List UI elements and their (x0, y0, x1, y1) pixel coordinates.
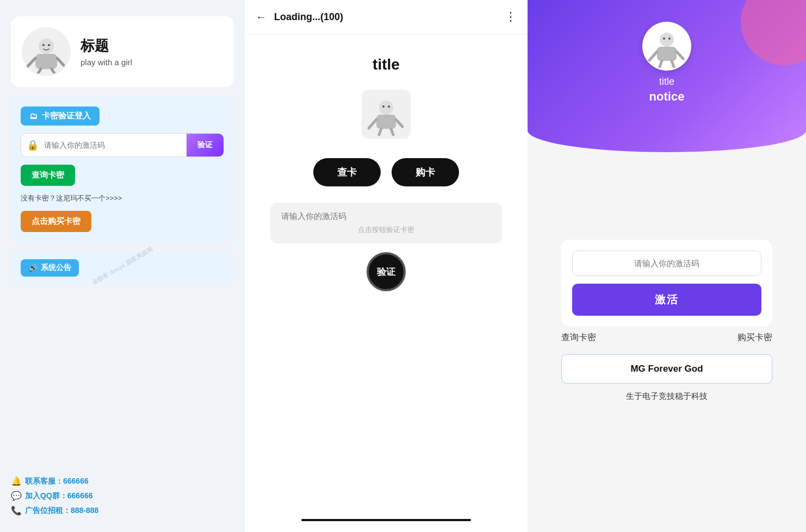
more-icon[interactable]: ⋮ (505, 10, 517, 24)
panel3-link-row: 查询卡密 购买卡密 (561, 332, 773, 343)
svg-point-15 (388, 105, 390, 108)
panel2-topbar: ← Loading...(100) ⋮ (245, 0, 528, 34)
panel2-activation-input[interactable] (281, 211, 491, 221)
svg-point-0 (39, 39, 54, 54)
panel1-avatar (22, 27, 71, 76)
svg-rect-9 (376, 115, 396, 129)
no-card-text: 没有卡密？这尼玛不买一个>>>> (21, 193, 224, 203)
panel2-verify-circle[interactable]: 验证 (367, 252, 406, 291)
panel3-activation-input[interactable] (581, 259, 753, 268)
input-verify-row: 🔒 验证 (21, 133, 224, 157)
footer-service[interactable]: 🔔 联系客服：666666 (11, 476, 234, 486)
svg-line-21 (672, 61, 674, 67)
panel-middle: ← Loading...(100) ⋮ title 查卡 购卡 点击按钮验证卡密… (245, 0, 528, 532)
char-illustration-2 (364, 92, 408, 136)
svg-point-7 (48, 44, 50, 46)
bell-icon: 🔔 (11, 476, 22, 486)
panel1-title: 标题 (80, 36, 132, 55)
verify-button[interactable]: 验证 (187, 134, 224, 157)
svg-line-19 (677, 52, 683, 59)
panel1-header-card: 标题 play with a girl (11, 16, 234, 87)
back-button[interactable]: ← (256, 11, 266, 23)
svg-line-5 (52, 69, 54, 73)
panel1-footer: 🔔 联系客服：666666 💬 加入QQ群：666666 📞 广告位招租：888… (11, 471, 234, 521)
panel1-title-block: 标题 play with a girl (80, 36, 132, 67)
panel3-avatar (642, 22, 691, 71)
svg-point-16 (660, 33, 674, 47)
panel-left: 全都有 douyv 版权来源网 标题 play with a girl 🗂 (0, 0, 245, 532)
footer-service-text: 联系客服：666666 (25, 477, 89, 486)
card-login-label: 🗂 卡密验证登入 (21, 107, 100, 126)
card-login-icon: 🗂 (29, 111, 38, 121)
svg-rect-17 (657, 47, 677, 61)
svg-line-20 (660, 61, 662, 67)
buy-card-button[interactable]: 点击购买卡密 (21, 211, 91, 232)
panel2-hint-text: 点击按钮验证卡密 (281, 225, 491, 235)
panel2-avatar (362, 90, 411, 139)
panel1-card-section: 🗂 卡密验证登入 🔒 验证 查询卡密 没有卡密？这尼玛不买一个>>>> 点击购买… (11, 97, 234, 242)
panel3-notice: notice (649, 90, 685, 104)
svg-line-10 (369, 120, 376, 128)
footer-qq-text: 加入QQ群：666666 (25, 491, 93, 501)
panel1-notice-section: 🔊 系统公告 (11, 252, 234, 284)
svg-point-8 (379, 101, 393, 115)
svg-point-23 (668, 37, 671, 40)
notice-label: 🔊 系统公告 (21, 259, 79, 277)
panel2-title: title (373, 56, 400, 73)
query-link[interactable]: 查询卡密 (561, 332, 596, 343)
svg-line-3 (57, 58, 64, 65)
panel2-bottom-line (301, 519, 471, 521)
panel3-form: 激活 (561, 240, 773, 327)
svg-point-14 (382, 105, 385, 108)
mg-button[interactable]: MG Forever God (561, 354, 773, 384)
svg-line-11 (396, 120, 402, 127)
check-card-button[interactable]: 查卡 (313, 158, 381, 186)
qq-icon: 💬 (11, 491, 22, 501)
lock-icon: 🔒 (21, 139, 44, 151)
panel3-slogan: 生于电子竞技稳于科技 (626, 391, 708, 402)
panel2-input-area: 点击按钮验证卡密 (270, 203, 502, 243)
speaker-icon: 🔊 (28, 264, 38, 272)
activate-button[interactable]: 激活 (572, 284, 762, 316)
svg-line-18 (649, 52, 657, 60)
footer-ad[interactable]: 📞 广告位招租：888-888 (11, 505, 234, 516)
query-card-button[interactable]: 查询卡密 (21, 165, 75, 186)
svg-point-6 (42, 44, 45, 46)
panel2-action-row: 查卡 购卡 (313, 158, 459, 186)
svg-line-2 (27, 58, 35, 67)
svg-point-22 (663, 37, 665, 40)
panel-right: title notice 激活 查询卡密 购买卡密 MG Forever God… (528, 0, 806, 532)
panel1-subtitle: play with a girl (80, 58, 132, 67)
footer-qq[interactable]: 💬 加入QQ群：666666 (11, 491, 234, 501)
buy-card-button-2[interactable]: 购卡 (392, 158, 459, 186)
svg-rect-1 (35, 54, 57, 69)
phone-icon: 📞 (11, 505, 22, 516)
panel3-content: title notice 激活 查询卡密 购买卡密 MG Forever God… (528, 0, 806, 418)
svg-line-12 (379, 129, 381, 135)
buy-link[interactable]: 购买卡密 (737, 332, 772, 343)
loading-text: Loading...(100) (274, 11, 497, 23)
char-illustration-3 (645, 24, 689, 68)
activation-input[interactable] (44, 134, 187, 156)
panel3-name: title (659, 76, 674, 87)
svg-line-4 (38, 69, 41, 73)
footer-ad-text: 广告位招租：888-888 (25, 506, 98, 516)
panel3-input-wrap (572, 251, 762, 276)
char-illustration-1 (24, 30, 68, 73)
svg-line-13 (391, 129, 393, 135)
